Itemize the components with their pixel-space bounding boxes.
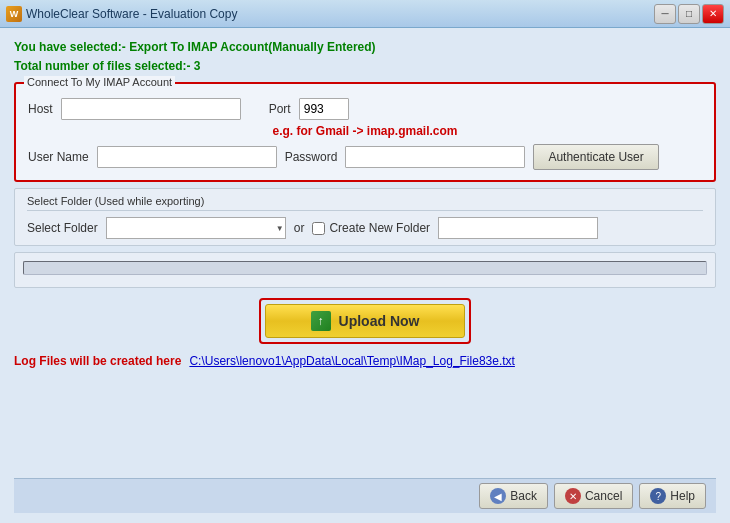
cancel-icon: ✕ — [565, 488, 581, 504]
back-icon: ◀ — [490, 488, 506, 504]
title-bar: W WholeClear Software - Evaluation Copy … — [0, 0, 730, 28]
log-link[interactable]: C:\Users\lenovo1\AppData\Local\Temp\IMap… — [189, 354, 515, 368]
authenticate-user-button[interactable]: Authenticate User — [533, 144, 658, 170]
window-controls: ─ □ ✕ — [654, 4, 724, 24]
window-title: WholeClear Software - Evaluation Copy — [26, 7, 237, 21]
help-icon: ? — [650, 488, 666, 504]
new-folder-input[interactable] — [438, 217, 598, 239]
upload-btn-wrapper: ↑ Upload Now — [259, 298, 471, 344]
hint-text: e.g. for Gmail -> imap.gmail.com — [28, 124, 702, 138]
or-text: or — [294, 221, 305, 235]
close-button[interactable]: ✕ — [702, 4, 724, 24]
folder-select-container: ▼ — [106, 217, 286, 239]
info-section: You have selected:- Export To IMAP Accou… — [14, 38, 716, 76]
title-bar-left: W WholeClear Software - Evaluation Copy — [6, 6, 237, 22]
window-content: You have selected:- Export To IMAP Accou… — [0, 28, 730, 523]
select-folder-label: Select Folder — [27, 221, 98, 235]
app-icon: W — [6, 6, 22, 22]
port-label: Port — [269, 102, 291, 116]
bottom-bar: ◀ Back ✕ Cancel ? Help — [14, 478, 716, 513]
password-input[interactable] — [345, 146, 525, 168]
progress-area — [14, 252, 716, 288]
host-input[interactable] — [61, 98, 241, 120]
select-folder-title: Select Folder (Used while exporting) — [27, 195, 703, 211]
back-button[interactable]: ◀ Back — [479, 483, 548, 509]
folder-row: Select Folder ▼ or Create New Folder — [27, 217, 703, 239]
create-new-folder-label: Create New Folder — [312, 221, 430, 235]
upload-icon: ↑ — [311, 311, 331, 331]
username-input[interactable] — [97, 146, 277, 168]
select-folder-section: Select Folder (Used while exporting) Sel… — [14, 188, 716, 246]
connect-box-title: Connect To My IMAP Account — [24, 76, 175, 88]
help-button[interactable]: ? Help — [639, 483, 706, 509]
password-label: Password — [285, 150, 338, 164]
progress-bar — [23, 261, 707, 275]
maximize-button[interactable]: □ — [678, 4, 700, 24]
upload-now-button[interactable]: ↑ Upload Now — [265, 304, 465, 338]
host-label: Host — [28, 102, 53, 116]
credentials-row: User Name Password Authenticate User — [28, 144, 702, 170]
username-label: User Name — [28, 150, 89, 164]
log-section: Log Files will be created here C:\Users\… — [14, 354, 716, 368]
info-line1: You have selected:- Export To IMAP Accou… — [14, 38, 716, 57]
upload-section: ↑ Upload Now — [14, 294, 716, 348]
info-line2: Total number of files selected:- 3 — [14, 57, 716, 76]
cancel-button[interactable]: ✕ Cancel — [554, 483, 633, 509]
port-input[interactable] — [299, 98, 349, 120]
minimize-button[interactable]: ─ — [654, 4, 676, 24]
connect-box: Connect To My IMAP Account Host Port e.g… — [14, 82, 716, 182]
log-label: Log Files will be created here — [14, 354, 181, 368]
folder-select[interactable] — [106, 217, 286, 239]
host-port-row: Host Port — [28, 98, 702, 120]
create-folder-checkbox[interactable] — [312, 222, 325, 235]
